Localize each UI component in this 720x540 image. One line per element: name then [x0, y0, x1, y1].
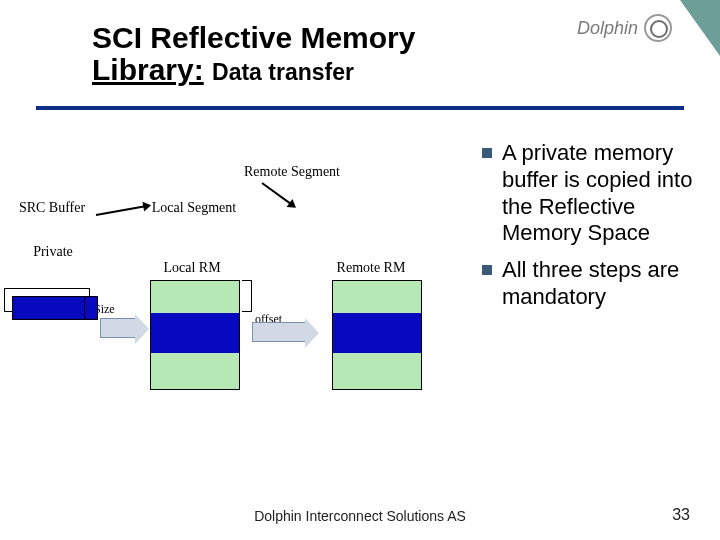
slide-number: 33: [672, 506, 690, 524]
bullet-item: A private memory buffer is copied into t…: [482, 140, 704, 247]
bullet-item: All three steps are mandatory: [482, 257, 704, 311]
title-line1: SCI Reflective Memory: [92, 22, 522, 54]
footer-text: Dolphin Interconnect Solutions AS: [0, 508, 720, 524]
diagram: SRC Buffer Private Local Segment Local R…: [0, 140, 470, 440]
logo-icon: [644, 14, 672, 42]
label-local-segment: Local Segment: [144, 200, 244, 216]
size-curly: [84, 296, 92, 320]
logo: Dolphin: [577, 14, 672, 42]
accent-wedge: [680, 0, 720, 56]
remote-rm-seg-bot: [333, 353, 421, 389]
label-private: Private: [18, 244, 88, 260]
subtitle: Data transfer: [212, 59, 354, 85]
label-local-rm: Local RM: [152, 260, 232, 276]
bullet-square-icon: [482, 148, 492, 158]
label-remote-segment: Remote Segment: [232, 164, 352, 180]
arrow-remote-seg: [261, 182, 291, 205]
local-rm-seg-bot: [151, 353, 239, 389]
label-remote-rm: Remote RM: [326, 260, 416, 276]
horizontal-rule: [36, 106, 684, 110]
logo-text: Dolphin: [577, 18, 638, 39]
remote-rm-stack: [332, 280, 422, 390]
remote-rm-seg-top: [333, 281, 421, 313]
local-rm-seg-mid: [151, 313, 239, 353]
title-area: SCI Reflective Memory Library: Data tran…: [92, 22, 522, 87]
block-arrow-transfer: [252, 322, 306, 342]
local-rm-stack: [150, 280, 240, 390]
block-arrow-copy: [100, 318, 136, 338]
title-line2: Library:: [92, 53, 204, 86]
bullet-list: A private memory buffer is copied into t…: [482, 140, 704, 321]
arrow-src-to-local: [96, 205, 146, 216]
remote-rm-seg-mid: [333, 313, 421, 353]
bullet-text: A private memory buffer is copied into t…: [502, 140, 704, 247]
local-rm-seg-top: [151, 281, 239, 313]
bullet-text: All three steps are mandatory: [502, 257, 704, 311]
offset-bracket: [242, 280, 252, 312]
label-src-buffer: SRC Buffer: [6, 200, 98, 216]
bullet-square-icon: [482, 265, 492, 275]
